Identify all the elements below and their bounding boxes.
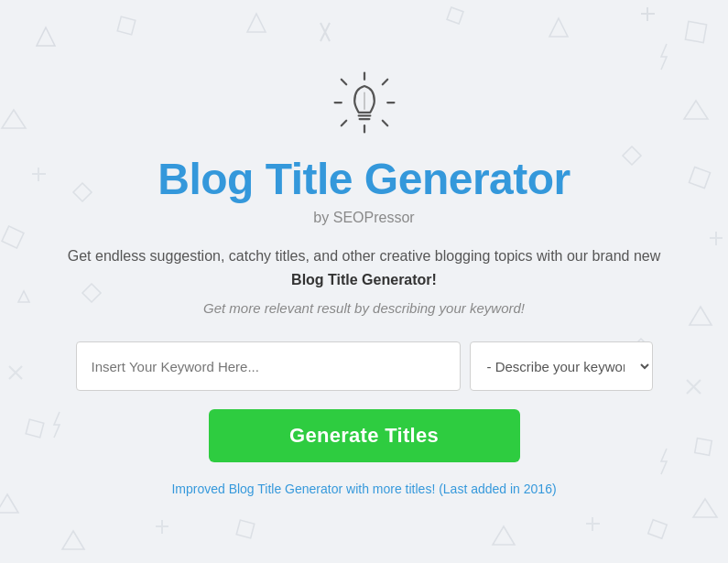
footer-improved-link[interactable]: Improved Blog Title Generator with more … [171,482,556,496]
svg-marker-6 [2,110,26,128]
svg-marker-10 [0,494,18,513]
svg-rect-12 [689,167,710,188]
svg-marker-16 [62,531,84,549]
svg-line-24 [341,80,345,84]
tagline-text: Get more relevant result by describing y… [62,300,667,316]
svg-rect-14 [695,438,712,456]
lightbulb-icon [328,66,401,139]
svg-marker-2 [247,14,266,32]
svg-rect-1 [117,16,136,35]
main-container: Blog Title Generator by SEOPressor Get e… [44,48,685,515]
svg-rect-19 [648,520,668,539]
svg-marker-11 [684,101,708,119]
description-part1: Get endless suggestion, catchy titles, a… [68,248,660,264]
generate-titles-button[interactable]: Generate Titles [209,409,520,462]
svg-marker-15 [693,499,717,517]
input-row: - Describe your keyword -PersonPlaceThin… [62,341,667,391]
svg-rect-17 [236,520,255,538]
page-subtitle: by SEOPressor [62,210,667,226]
svg-marker-4 [549,18,568,37]
svg-line-27 [341,121,345,125]
svg-rect-7 [2,226,24,248]
page-title: Blog Title Generator [62,154,667,204]
svg-marker-0 [37,27,55,46]
svg-marker-13 [690,307,712,325]
svg-marker-8 [18,291,29,302]
svg-rect-3 [447,7,463,24]
svg-rect-9 [26,419,44,438]
description-text: Get endless suggestion, catchy titles, a… [62,244,667,291]
svg-line-25 [382,121,386,125]
keyword-type-select[interactable]: - Describe your keyword -PersonPlaceThin… [470,341,653,391]
svg-line-26 [382,80,386,84]
description-bold: Blog Title Generator! [291,272,437,287]
svg-marker-18 [493,526,515,545]
svg-rect-5 [685,21,706,42]
keyword-input[interactable] [76,341,461,391]
